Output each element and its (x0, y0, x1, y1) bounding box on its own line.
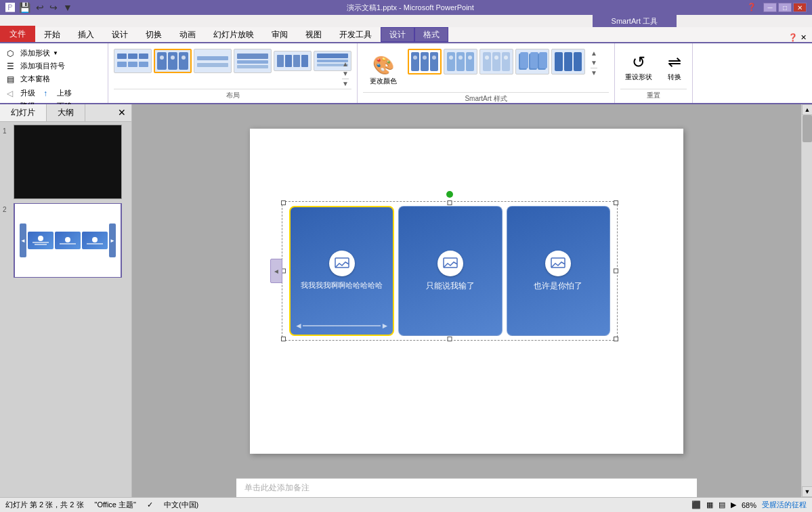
maximize-button[interactable]: □ (778, 3, 792, 12)
smartart-box-3[interactable]: 也许是你怕了 (507, 206, 610, 336)
svg-rect-2 (139, 54, 148, 59)
styles-scroll-up[interactable]: ▲ (591, 49, 597, 58)
view-slideshow-icon[interactable]: ▶ (731, 500, 736, 509)
tab-outline-label: 大纲 (58, 108, 74, 117)
smartart-box-2-icon (437, 251, 463, 276)
mini-box-3 (82, 232, 108, 249)
slide-canvas[interactable]: ◄ (250, 129, 683, 454)
save-qat-button[interactable]: 💾 (18, 2, 32, 13)
handle-bl[interactable] (281, 337, 286, 341)
svg-point-34 (458, 56, 463, 60)
style-swatch-5[interactable] (551, 49, 585, 74)
tab-smartart-design[interactable]: 设计 (381, 27, 414, 42)
styles-scroll-more[interactable]: ▼ (591, 68, 597, 78)
add-bullet-button[interactable]: ☰ 添加项目符号 (5, 60, 66, 72)
slide-image-1[interactable] (14, 125, 122, 199)
add-shape-button[interactable]: ⬡ 添加形状 ▼ (5, 47, 60, 59)
handle-br[interactable] (614, 337, 618, 341)
svg-rect-48 (555, 52, 563, 71)
move-up-button[interactable]: ↑ 上移 (42, 87, 73, 99)
style-swatch-2[interactable] (444, 49, 477, 74)
styles-scroll-down[interactable]: ▼ (591, 58, 597, 68)
svg-rect-38 (502, 52, 510, 71)
tab-file[interactable]: 文件 (0, 26, 35, 42)
left-expand-icon: ◄ (273, 268, 280, 275)
spacer2 (677, 15, 812, 27)
quick-access-toolbar: 💾 ↩ ↪ ▼ (18, 2, 74, 13)
tab-review[interactable]: 审阅 (263, 27, 297, 42)
svg-rect-30 (447, 52, 455, 71)
svg-rect-37 (492, 52, 500, 71)
tab-outline-panel[interactable]: 大纲 (47, 104, 85, 121)
handle-tl[interactable] (281, 200, 286, 205)
handle-bm[interactable] (448, 337, 452, 341)
styles-scroll: ▲ ▼ ▼ (589, 49, 599, 78)
svg-rect-50 (574, 52, 582, 71)
mini-right-arrow-icon: ► (110, 238, 115, 244)
spacer (0, 15, 593, 27)
handle-tr[interactable] (614, 200, 618, 205)
redo-qat-button[interactable]: ↪ (48, 2, 59, 13)
svg-point-33 (449, 56, 453, 60)
svg-rect-0 (117, 54, 127, 59)
handle-tm[interactable] (448, 200, 452, 205)
tab-slideshow[interactable]: 幻灯片放映 (205, 27, 263, 42)
smartart-selection-area[interactable]: ◄ (284, 203, 616, 339)
vscroll-up-button[interactable]: ▲ (802, 104, 812, 115)
tab-slides-panel[interactable]: 幻灯片 (0, 104, 47, 121)
styles-container (408, 49, 585, 74)
ribbon-group-create-shape: ⬡ 添加形状 ▼ ☰ 添加项目符号 ▤ 文本窗格 ◁ 升级 (0, 43, 108, 103)
mini-icon-1 (38, 236, 43, 241)
tab-animations[interactable]: 动画 (171, 27, 205, 42)
slide-thumb-1: 1 (3, 125, 129, 199)
ribbon-help-btn[interactable]: ❓ (788, 33, 798, 42)
theme-info: "Office 主题" (95, 500, 136, 510)
minimize-button[interactable]: ─ (763, 3, 777, 12)
layout-scroll-up[interactable]: ▲ (342, 60, 349, 69)
text-pane-button[interactable]: ▤ 文本窗格 (5, 73, 51, 85)
view-slide-icon[interactable]: ▦ (706, 500, 713, 509)
tab-developer[interactable]: 开发工具 (330, 27, 381, 42)
change-color-button[interactable]: 🎨 更改颜色 (363, 49, 404, 92)
reset-shape-button[interactable]: ↺ 重设形状 (620, 49, 657, 87)
style-swatch-1[interactable] (408, 49, 442, 74)
vscroll-thumb[interactable] (803, 115, 812, 142)
slide-canvas-area[interactable]: ◄ (132, 104, 801, 497)
vscroll-down-button[interactable]: ▼ (802, 486, 812, 497)
tab-view[interactable]: 视图 (297, 27, 330, 42)
tab-design[interactable]: 设计 (103, 27, 137, 42)
help-btn[interactable]: ❓ (747, 3, 756, 12)
ribbon-close-btn[interactable]: ✕ (800, 33, 807, 42)
left-expand-button[interactable]: ◄ (270, 259, 282, 283)
slide-thumb-2: 2 ◄ (3, 203, 129, 278)
handle-mr[interactable] (614, 269, 618, 274)
slide-2-smartart: ◄ (15, 204, 121, 277)
smartart-box-2[interactable]: 只能说我输了 (398, 206, 502, 336)
tab-transitions[interactable]: 切换 (137, 27, 171, 42)
smartart-styles-title: SmartArt 样式 (363, 92, 609, 104)
tab-insert[interactable]: 插入 (69, 27, 103, 42)
move-up-label: 上移 (57, 88, 72, 98)
view-reading-icon[interactable]: ▤ (719, 500, 725, 509)
style-swatch-4[interactable] (515, 49, 549, 74)
layout-scroll-down[interactable]: ▼ (342, 69, 349, 79)
close-button[interactable]: ✕ (793, 3, 807, 12)
slide-image-2[interactable]: ◄ (14, 203, 122, 278)
undo-qat-button[interactable]: ↩ (35, 2, 45, 13)
rotate-handle[interactable] (446, 191, 453, 198)
tab-smartart-format[interactable]: 格式 (414, 27, 448, 42)
vscroll-track[interactable] (802, 115, 812, 486)
convert-button[interactable]: ⇌ 转换 (662, 49, 687, 87)
view-normal-icon[interactable]: ⬛ (691, 500, 701, 509)
promote-button[interactable]: ◁ 升级 (5, 87, 37, 99)
style-swatch-3[interactable] (479, 49, 513, 74)
layout-scroll-arrows: ▲ ▼ ▼ (341, 60, 350, 89)
panel-close-button[interactable]: ✕ (112, 104, 131, 121)
more-qat-button[interactable]: ▼ (62, 2, 74, 13)
layout-scroll-more[interactable]: ▼ (342, 79, 349, 89)
ribbon-group-layout: ▲ ▼ ▼ 布局 (108, 43, 358, 103)
tab-home[interactable]: 开始 (35, 27, 69, 42)
language-info: 中文(中国) (164, 500, 198, 510)
smartart-box-1[interactable]: 我我我我啊啊哈哈哈哈哈 ◄ ► (289, 206, 394, 336)
notes-bar[interactable]: 单击此处添加备注 (236, 478, 697, 497)
